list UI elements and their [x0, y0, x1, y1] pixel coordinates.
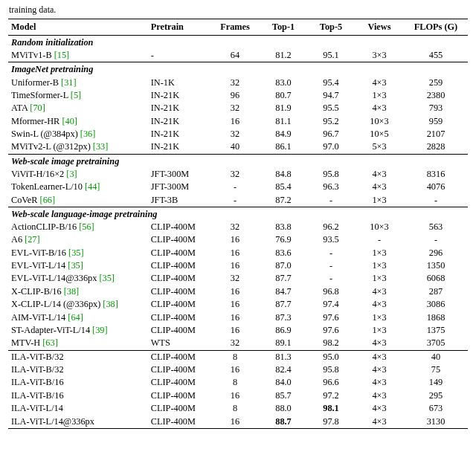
- cell-frames: 40: [210, 140, 260, 154]
- results-table: Model Pretrain Frames Top-1 Top-5 Views …: [8, 19, 468, 429]
- cell-flops: 4076: [404, 181, 468, 193]
- cell-top1: 81.9: [260, 102, 307, 114]
- cell-frames: -: [210, 181, 260, 193]
- citation-link[interactable]: [64]: [68, 312, 83, 323]
- cell-pretrain: JFT-3B: [148, 193, 210, 207]
- cell-flops: 40: [404, 350, 468, 363]
- cell-top1: 81.2: [260, 49, 307, 62]
- cell-model: ILA-ViT-B/16: [8, 389, 148, 402]
- cell-pretrain: CLIP-400M: [148, 376, 210, 389]
- cell-flops: -: [404, 233, 468, 246]
- cell-views: 1×3: [355, 324, 404, 337]
- cell-top5: 97.6: [307, 324, 355, 337]
- cell-views: 10×5: [355, 128, 404, 140]
- table-row: EVL-ViT-L/14 [35]CLIP-400M1687.0-1×31350: [8, 259, 468, 272]
- cell-flops: -: [404, 193, 468, 207]
- table-row: ILA-ViT-L/14@336pxCLIP-400M1688.797.84×3…: [8, 415, 468, 428]
- citation-link[interactable]: [3]: [66, 169, 77, 179]
- cell-flops: 149: [404, 376, 468, 389]
- citation-link[interactable]: [40]: [62, 116, 77, 126]
- cell-flops: 1868: [404, 311, 468, 323]
- citation-link[interactable]: [35]: [68, 248, 84, 258]
- cell-flops: 455: [404, 49, 468, 62]
- col-top1: Top-1: [260, 19, 307, 36]
- cell-pretrain: IN-21K: [148, 128, 210, 140]
- citation-link[interactable]: [66]: [40, 195, 56, 205]
- table-row: CoVeR [66]JFT-3B-87.2-1×3-: [8, 193, 468, 207]
- cell-top5: 94.7: [307, 89, 355, 102]
- citation-link[interactable]: [38]: [64, 286, 80, 297]
- cell-top5: 96.3: [307, 181, 355, 193]
- table-row: X-CLIP-B/16 [38]CLIP-400M1684.796.84×328…: [8, 285, 468, 298]
- cell-pretrain: CLIP-400M: [148, 402, 210, 415]
- table-row: Uniformer-B [31]IN-1K3283.095.44×3259: [8, 76, 468, 88]
- citation-link[interactable]: [70]: [30, 103, 45, 113]
- cell-pretrain: CLIP-400M: [148, 259, 210, 272]
- cell-flops: 6068: [404, 272, 468, 285]
- cell-top5: -: [307, 247, 355, 259]
- group-header: Web-scale image pretraining: [8, 154, 468, 168]
- cell-views: 10×3: [355, 115, 404, 128]
- cell-pretrain: CLIP-400M: [148, 272, 210, 285]
- table-row: Swin-L (@384px) [36]IN-21K3284.996.710×5…: [8, 128, 468, 140]
- cell-model: ILA-ViT-L/14@336px: [8, 415, 148, 428]
- citation-link[interactable]: [56]: [79, 222, 94, 232]
- citation-link[interactable]: [44]: [85, 181, 100, 192]
- cell-top1: 83.8: [260, 221, 307, 233]
- cell-pretrain: CLIP-400M: [148, 247, 210, 259]
- cell-top1: 88.0: [260, 402, 307, 415]
- citation-link[interactable]: [5]: [71, 90, 81, 100]
- table-row: EVL-ViT-L/14@336px [35]CLIP-400M3287.7-1…: [8, 272, 468, 285]
- cell-views: 1×3: [355, 272, 404, 285]
- cell-views: 4×3: [355, 337, 404, 350]
- cell-top5: 97.0: [307, 140, 355, 154]
- cell-top1: 82.4: [260, 363, 307, 376]
- cell-model: CoVeR [66]: [8, 193, 148, 207]
- citation-link[interactable]: [31]: [61, 77, 77, 88]
- cell-frames: 16: [210, 115, 260, 128]
- table-row: AIM-ViT-L/14 [64]CLIP-400M1687.397.61×31…: [8, 311, 468, 323]
- table-row: A6 [27]CLIP-400M1676.993.5--: [8, 233, 468, 246]
- citation-link[interactable]: [38]: [103, 299, 118, 309]
- cell-frames: 16: [210, 389, 260, 402]
- table-row: Mformer-HR [40]IN-21K1681.195.210×3959: [8, 115, 468, 128]
- col-frames: Frames: [210, 19, 260, 36]
- citation-link[interactable]: [35]: [68, 260, 83, 271]
- table-row: MTV-H [63]WTS3289.198.24×33705: [8, 337, 468, 350]
- cell-views: 4×3: [355, 415, 404, 428]
- citation-link[interactable]: [36]: [80, 129, 96, 139]
- citation-link[interactable]: [27]: [25, 234, 40, 245]
- cell-pretrain: CLIP-400M: [148, 415, 210, 428]
- citation-link[interactable]: [39]: [92, 325, 108, 335]
- cell-views: 4×3: [355, 350, 404, 363]
- cell-frames: 32: [210, 128, 260, 140]
- cell-top1: 86.9: [260, 324, 307, 337]
- cell-flops: 2107: [404, 128, 468, 140]
- cell-frames: 8: [210, 350, 260, 363]
- group-title: Random initialization: [8, 36, 468, 50]
- table-row: ILA-ViT-B/32CLIP-400M881.395.04×340: [8, 350, 468, 363]
- cell-pretrain: CLIP-400M: [148, 285, 210, 298]
- cell-frames: 16: [210, 298, 260, 311]
- cell-pretrain: IN-21K: [148, 140, 210, 154]
- cell-pretrain: IN-21K: [148, 102, 210, 114]
- citation-link[interactable]: [33]: [93, 141, 109, 152]
- cell-frames: 16: [210, 324, 260, 337]
- cell-top5: 96.8: [307, 285, 355, 298]
- cell-frames: 8: [210, 376, 260, 389]
- citation-link[interactable]: [63]: [42, 337, 58, 348]
- cell-pretrain: CLIP-400M: [148, 324, 210, 337]
- cell-frames: 96: [210, 89, 260, 102]
- cell-model: Swin-L (@384px) [36]: [8, 128, 148, 140]
- cell-top1: 85.7: [260, 389, 307, 402]
- cell-views: 4×3: [355, 102, 404, 114]
- cell-frames: 64: [210, 49, 260, 62]
- col-pretrain: Pretrain: [148, 19, 210, 36]
- table-row: ActionCLIP-B/16 [56]CLIP-400M3283.896.21…: [8, 221, 468, 233]
- table-row: MViTv2-L (@312px) [33]IN-21K4086.197.05×…: [8, 140, 468, 154]
- cell-views: 4×3: [355, 363, 404, 376]
- cell-top1: 84.9: [260, 128, 307, 140]
- citation-link[interactable]: [35]: [99, 273, 115, 283]
- citation-link[interactable]: [15]: [54, 50, 70, 60]
- cell-frames: 32: [210, 337, 260, 350]
